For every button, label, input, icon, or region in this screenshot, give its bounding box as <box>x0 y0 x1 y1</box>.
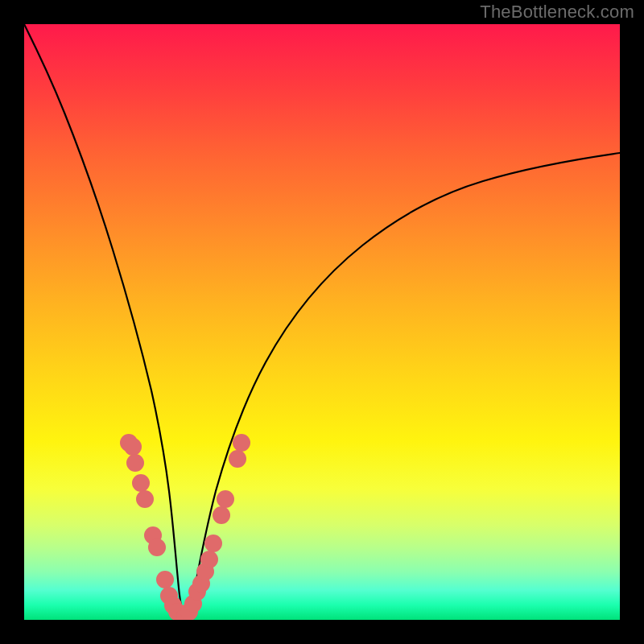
dot-right <box>213 506 230 524</box>
dot-left <box>156 571 174 588</box>
curve-svg <box>24 24 620 620</box>
outer-frame: TheBottleneck.com <box>0 0 644 644</box>
bottleneck-curve <box>24 24 620 616</box>
dot-right <box>229 450 246 468</box>
curve-left-branch <box>24 24 185 616</box>
dot-right <box>200 551 218 568</box>
dot-left <box>126 454 144 472</box>
highlight-dots <box>120 434 250 620</box>
plot-area <box>24 24 620 620</box>
dot-right <box>233 434 250 452</box>
watermark-text: TheBottleneck.com <box>480 2 634 23</box>
dot-left <box>132 474 150 492</box>
dot-right <box>217 490 234 508</box>
dot-right <box>204 535 222 552</box>
dot-left <box>148 539 166 556</box>
dot-left <box>136 490 154 508</box>
dot-left <box>124 438 142 456</box>
curve-right-branch <box>185 153 620 616</box>
